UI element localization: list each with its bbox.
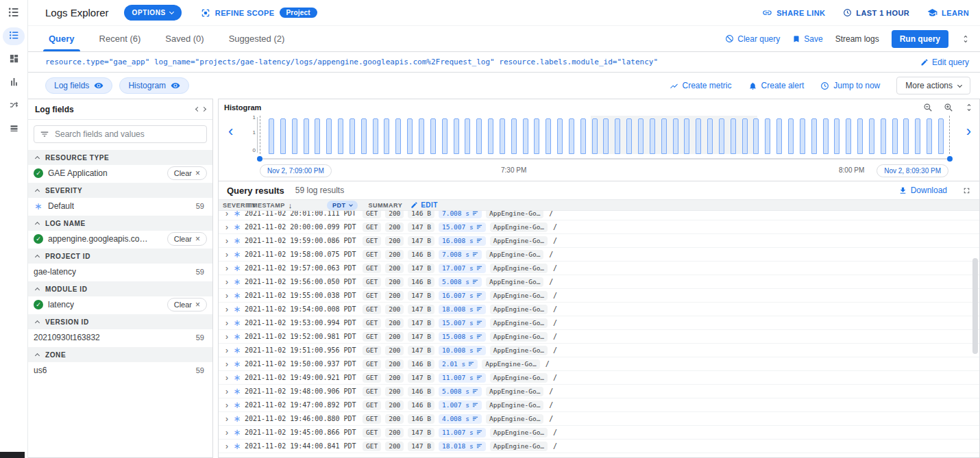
method-chip[interactable]: GET	[363, 414, 381, 424]
size-chip[interactable]: 147 B	[408, 264, 434, 273]
histogram-bar[interactable]	[603, 118, 609, 154]
histogram-pan-left-button[interactable]: ‹	[228, 124, 233, 139]
histogram-bar[interactable]	[511, 118, 517, 154]
field-section-header[interactable]: PROJECT ID	[28, 249, 212, 264]
create-alert-button[interactable]: Create alert	[748, 81, 805, 90]
histogram-pan-right-button[interactable]: ›	[966, 124, 971, 139]
log-row[interactable]: ›∗2021-11-02 20:00:00.099 PDTGET200147 B…	[219, 220, 979, 234]
field-search-box[interactable]	[34, 125, 207, 143]
histogram-bar[interactable]	[615, 118, 620, 154]
collapse-panel-icons[interactable]	[196, 107, 206, 111]
method-chip[interactable]: GET	[363, 442, 381, 451]
run-query-button[interactable]: Run query	[892, 30, 948, 48]
latency-chip[interactable]: 7.008 s	[439, 250, 482, 259]
histogram-toggle-chip[interactable]: Histogram	[119, 77, 189, 94]
log-row[interactable]: ›∗2021-11-02 19:51:00.956 PDTGET200147 B…	[219, 344, 979, 357]
histogram-bar[interactable]	[326, 118, 332, 154]
log-row[interactable]: ›∗2021-11-02 19:49:00.921 PDTGET200147 B…	[219, 371, 979, 385]
size-chip[interactable]: 147 B	[408, 305, 434, 314]
more-actions-button[interactable]: More actions	[896, 77, 970, 94]
latency-chip[interactable]: 10.008 s	[439, 346, 486, 355]
user-agent-chip[interactable]: AppEngine-Go…	[490, 332, 548, 342]
size-chip[interactable]: 147 B	[408, 332, 434, 342]
expand-chevron-icon[interactable]: ›	[222, 277, 232, 287]
field-item[interactable]: ✓GAE ApplicationClear ×	[28, 165, 212, 181]
expand-chevron-icon[interactable]: ›	[222, 305, 232, 314]
zoom-in-icon[interactable]	[944, 103, 953, 112]
expand-chevron-icon[interactable]: ›	[222, 236, 232, 246]
refine-scope-button[interactable]: REFINE SCOPE Project	[201, 8, 317, 18]
histogram-bar[interactable]	[881, 118, 886, 154]
rail-item-logs-dashboard[interactable]	[3, 51, 25, 68]
project-scope-badge[interactable]: Project	[280, 8, 317, 18]
expand-chevron-icon[interactable]: ›	[222, 291, 232, 301]
log-row[interactable]: ›∗2021-11-02 19:57:00.063 PDTGET200147 B…	[219, 262, 979, 275]
histogram-bar[interactable]	[430, 118, 436, 154]
field-item[interactable]: 20210930t16383259	[28, 329, 212, 346]
histogram-bar[interactable]	[776, 118, 782, 154]
edit-summary-button[interactable]: EDIT	[411, 201, 438, 209]
latency-chip[interactable]: 18.008 s	[439, 305, 486, 314]
histogram-bar[interactable]	[811, 118, 817, 154]
status-chip[interactable]: 200	[385, 387, 404, 396]
status-chip[interactable]: 200	[385, 332, 404, 342]
create-metric-button[interactable]: Create metric	[670, 81, 732, 90]
histogram-bar[interactable]	[684, 118, 689, 154]
expand-chevron-icon[interactable]: ›	[222, 222, 232, 232]
histogram-bar[interactable]	[731, 118, 736, 154]
histogram-bar[interactable]	[650, 118, 655, 154]
tab-recent-6[interactable]: Recent (6)	[87, 26, 154, 51]
histogram-bar[interactable]	[280, 118, 286, 154]
jump-to-now-button[interactable]: Jump to now	[820, 81, 880, 90]
expand-chevron-icon[interactable]: ›	[222, 414, 232, 424]
histogram-bar[interactable]	[915, 118, 920, 154]
user-agent-chip[interactable]: AppEngine-Go…	[486, 211, 543, 218]
histogram-bar[interactable]	[523, 118, 528, 154]
method-chip[interactable]: GET	[363, 318, 381, 328]
field-section-header[interactable]: LOG NAME	[28, 216, 212, 231]
field-section-header[interactable]: ZONE	[28, 347, 212, 362]
histogram-bar[interactable]	[557, 118, 563, 154]
expand-chevron-icon[interactable]: ›	[222, 332, 232, 342]
method-chip[interactable]: GET	[363, 236, 381, 246]
user-agent-chip[interactable]: AppEngine-Go…	[482, 359, 539, 369]
latency-chip[interactable]: 5.008 s	[439, 277, 482, 287]
status-chip[interactable]: 200	[385, 359, 404, 369]
tab-saved-0[interactable]: Saved (0)	[153, 26, 216, 51]
size-chip[interactable]: 147 B	[408, 318, 434, 328]
expand-chevron-icon[interactable]: ›	[222, 373, 232, 383]
size-chip[interactable]: 147 B	[408, 346, 434, 355]
query-text[interactable]: resource.type="gae_app" log_name="projec…	[45, 58, 658, 66]
histogram-bar[interactable]	[638, 118, 644, 154]
method-chip[interactable]: GET	[363, 277, 381, 287]
method-chip[interactable]: GET	[363, 332, 381, 342]
method-chip[interactable]: GET	[363, 264, 381, 273]
field-item[interactable]: ✓latencyClear ×	[28, 296, 212, 313]
user-agent-chip[interactable]: AppEngine-Go…	[486, 414, 543, 424]
histogram-bar[interactable]	[534, 118, 539, 154]
field-item[interactable]: gae-latency59	[28, 264, 212, 280]
latency-chip[interactable]: 18.018 s	[439, 442, 486, 451]
status-chip[interactable]: 200	[385, 277, 404, 287]
latency-chip[interactable]: 4.008 s	[439, 414, 482, 424]
clear-filter-button[interactable]: Clear ×	[167, 232, 207, 246]
histogram-bar[interactable]	[488, 118, 493, 154]
user-agent-chip[interactable]: AppEngine-Go…	[490, 305, 548, 314]
vertical-scrollbar[interactable]	[972, 258, 978, 354]
histogram-bar[interactable]	[395, 118, 401, 154]
size-chip[interactable]: 147 B	[408, 222, 434, 232]
log-row[interactable]: ›∗2021-11-02 19:47:00.892 PDTGET200146 B…	[219, 398, 979, 412]
histogram-bar[interactable]	[626, 118, 632, 154]
status-chip[interactable]: 200	[385, 305, 404, 314]
zoom-out-icon[interactable]	[923, 103, 933, 112]
expand-chevron-icon[interactable]: ›	[222, 400, 232, 410]
user-agent-chip[interactable]: AppEngine-Go…	[490, 428, 548, 437]
timezone-selector[interactable]: PDT	[327, 201, 358, 210]
latency-chip[interactable]: 7.008 s	[439, 211, 482, 218]
histogram-bar[interactable]	[696, 118, 701, 154]
size-chip[interactable]: 147 B	[408, 373, 434, 383]
field-section-header[interactable]: RESOURCE TYPE	[28, 150, 212, 165]
time-range-button[interactable]: LAST 1 HOUR	[843, 8, 909, 17]
histogram-bar[interactable]	[500, 118, 505, 154]
log-row[interactable]: ›∗2021-11-02 19:55:00.038 PDTGET200147 B…	[219, 289, 979, 303]
